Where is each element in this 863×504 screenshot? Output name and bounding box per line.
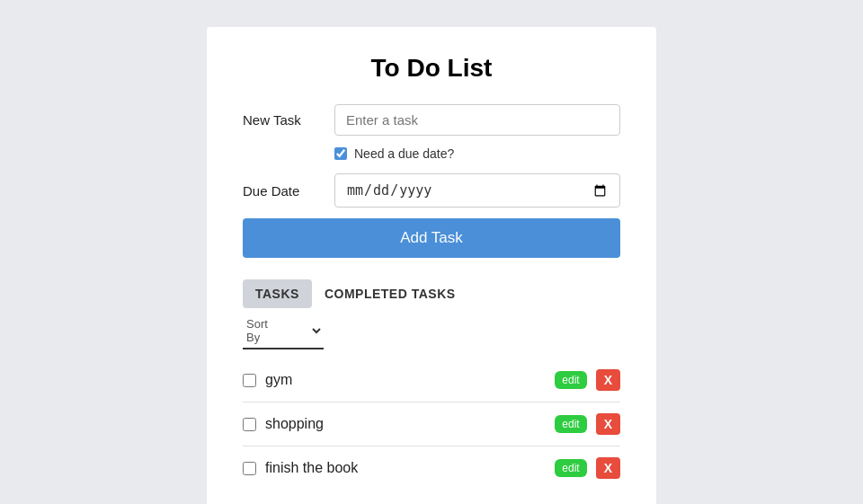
due-date-checkbox-label: Need a due date? <box>354 146 454 161</box>
new-task-input[interactable] <box>334 104 620 136</box>
task-name-1: gym <box>265 372 546 388</box>
main-card: To Do List New Task Need a due date? Due… <box>207 27 656 504</box>
sort-by-label: Sort By <box>246 317 269 344</box>
task-name-3: finish the book <box>265 460 546 476</box>
tab-completed-tasks[interactable]: COMPLETED TASKS <box>312 279 468 308</box>
new-task-row: New Task <box>243 104 620 136</box>
due-date-checkbox-row: Need a due date? <box>243 146 620 161</box>
task-checkbox-1[interactable] <box>243 374 256 387</box>
task-item: shopping edit X <box>243 402 620 447</box>
page-title: To Do List <box>243 54 620 83</box>
edit-button-1[interactable]: edit <box>555 371 586 389</box>
task-name-2: shopping <box>265 416 546 432</box>
due-date-checkbox[interactable] <box>334 147 347 160</box>
due-date-label: Due Date <box>243 183 324 199</box>
edit-button-2[interactable]: edit <box>555 415 586 433</box>
due-date-input[interactable] <box>334 173 620 208</box>
delete-button-1[interactable]: X <box>596 369 620 391</box>
delete-button-2[interactable]: X <box>596 413 620 435</box>
tabs-container: TASKS COMPLETED TASKS <box>243 279 620 308</box>
task-list: gym edit X shopping edit X finish the bo… <box>243 358 620 490</box>
task-item: gym edit X <box>243 358 620 402</box>
task-item: finish the book edit X <box>243 447 620 490</box>
edit-button-3[interactable]: edit <box>555 459 586 477</box>
task-checkbox-3[interactable] <box>243 462 256 475</box>
add-task-button[interactable]: Add Task <box>243 218 620 258</box>
tab-tasks[interactable]: TASKS <box>243 279 312 308</box>
sort-row: Sort By Name Date <box>243 317 324 349</box>
task-checkbox-2[interactable] <box>243 418 256 431</box>
delete-button-3[interactable]: X <box>596 457 620 479</box>
sort-select[interactable]: Name Date <box>274 323 324 339</box>
due-date-row: Due Date <box>243 173 620 208</box>
new-task-label: New Task <box>243 112 324 128</box>
